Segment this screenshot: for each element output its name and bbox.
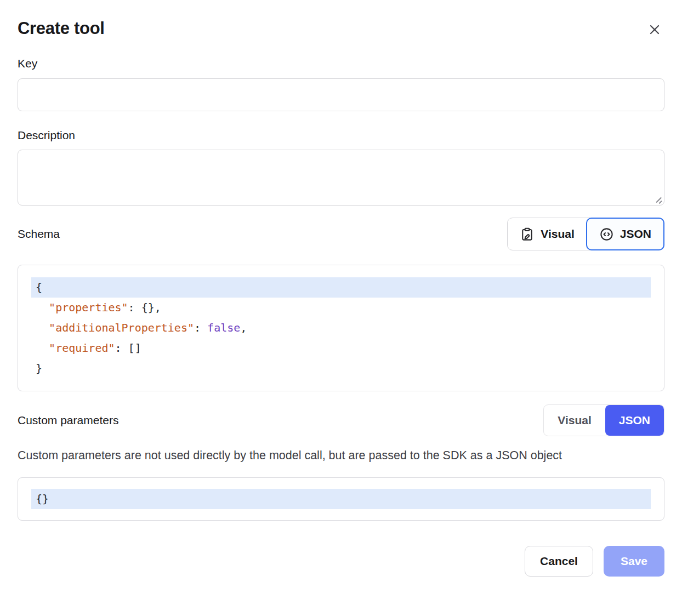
schema-visual-toggle-label: Visual	[541, 227, 574, 241]
key-label: Key	[18, 57, 664, 70]
code-line[interactable]: "additionalProperties": false,	[31, 318, 651, 338]
code-line[interactable]: {	[31, 277, 651, 298]
schema-label: Schema	[18, 227, 60, 241]
modal-footer: Cancel Save	[18, 546, 664, 577]
custom-parameters-visual-toggle-button[interactable]: Visual	[544, 405, 605, 436]
code-line[interactable]: "properties": {},	[31, 298, 651, 318]
create-tool-modal: Create tool Key Description Schema	[0, 0, 682, 616]
key-input[interactable]	[18, 78, 664, 111]
code-circle-icon	[599, 227, 614, 242]
schema-visual-toggle-button[interactable]: Visual	[508, 218, 586, 250]
schema-json-editor[interactable]: { "properties": {}, "additionalPropertie…	[18, 265, 664, 391]
schema-json-toggle-label: JSON	[620, 227, 651, 241]
custom-parameters-json-editor[interactable]: {}	[18, 477, 664, 521]
custom-parameters-section-header: Custom parameters Visual JSON	[18, 404, 664, 436]
clipboard-edit-icon	[520, 227, 535, 242]
custom-parameters-json-toggle-button[interactable]: JSON	[605, 405, 664, 436]
schema-section-header: Schema Visual	[18, 218, 664, 250]
cancel-button[interactable]: Cancel	[525, 546, 593, 577]
code-line[interactable]: }	[31, 358, 651, 379]
custom-parameters-visual-toggle-label: Visual	[558, 414, 591, 427]
modal-header: Create tool	[18, 19, 664, 39]
custom-parameters-description: Custom parameters are not used directly …	[18, 446, 645, 465]
description-textarea[interactable]	[18, 150, 664, 206]
custom-parameters-label: Custom parameters	[18, 414, 118, 427]
close-icon	[647, 22, 662, 37]
page-title: Create tool	[18, 19, 105, 38]
close-button[interactable]	[645, 20, 664, 39]
code-line[interactable]: "required": []	[31, 338, 651, 358]
custom-parameters-view-toggle: Visual JSON	[543, 404, 664, 436]
description-textarea-wrap	[18, 150, 664, 206]
custom-parameters-json-toggle-label: JSON	[619, 414, 650, 427]
schema-json-toggle-button[interactable]: JSON	[586, 218, 664, 250]
schema-view-toggle: Visual JSON	[507, 218, 664, 250]
save-button[interactable]: Save	[604, 546, 664, 577]
description-label: Description	[18, 129, 664, 142]
code-line[interactable]: {}	[31, 489, 651, 509]
